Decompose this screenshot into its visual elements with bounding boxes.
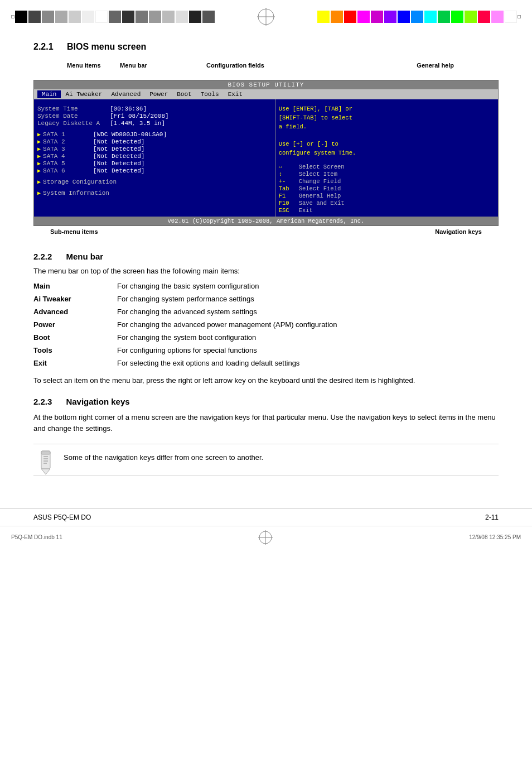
section-223-title: Navigation keys [66, 397, 129, 406]
menu-row-power: Power For changing the advanced power ma… [33, 320, 499, 329]
menu-row-exit: Exit For selecting the exit options and … [33, 359, 499, 367]
bios-system-info: ▶ System Information [37, 190, 272, 196]
crosshair-center [255, 6, 277, 28]
menu-row-main: Main For changing the basic system confi… [33, 282, 499, 290]
bios-sata1: ▶ SATA 1 [WDC WD800JD-00LSA0] [37, 131, 272, 138]
svg-marker-5 [41, 469, 50, 474]
bios-screen: BIOS SETUP UTILITY Main Ai Tweaker Advan… [33, 80, 499, 226]
bios-nav-keys: ↔Select Screen ↕Select Item +-Change Fie… [279, 164, 495, 214]
bios-sata2: ▶ SATA 2 [Not Detected] [37, 138, 272, 145]
footer-page: 2-11 [485, 513, 499, 521]
section-222-intro: The menu bar on top of the screen has th… [33, 267, 499, 275]
section-222-note: To select an item on the menu bar, press… [33, 375, 499, 386]
section-223-text: At the bottom right corner of a menu scr… [33, 412, 499, 434]
menu-row-tools: Tools For configuring options for specia… [33, 346, 499, 354]
label-nav-keys: Navigation keys [435, 228, 482, 235]
label-general-help: General help [417, 62, 454, 69]
menu-bar-table: Main For changing the basic system confi… [33, 282, 499, 367]
section-222-heading: 2.2.2 Menu bar [33, 252, 499, 261]
bios-menu-tools[interactable]: Tools [196, 90, 224, 98]
color-bar-left [15, 11, 215, 23]
section-222-title: Menu bar [66, 252, 103, 261]
bios-right-panel: Use [ENTER], [TAB] or [SHIFT-TAB] to sel… [275, 99, 498, 217]
main-content: 2.2.1 BIOS menu screen Menu items Menu b… [0, 31, 532, 492]
bios-storage-config: ▶ Storage Coniguration [37, 179, 272, 185]
menu-row-ai-tweaker: Ai Tweaker For changing system performan… [33, 295, 499, 303]
bios-menu-power[interactable]: Power [145, 90, 172, 98]
bios-sata4: ▶ SATA 4 [Not Detected] [37, 153, 272, 160]
svg-rect-4 [41, 451, 50, 454]
bios-item-legacy-diskette: Legacy Diskette A [1.44M, 3.5 in] [37, 120, 272, 127]
note-icon [36, 450, 56, 470]
bios-footer: v02.61 (C)Copyright 1985-2008, American … [34, 217, 498, 225]
menu-row-boot: Boot For changing the system boot config… [33, 333, 499, 342]
bios-diagram: Menu items Menu bar Configuration fields… [33, 62, 499, 235]
bios-help-text-1: Use [ENTER], [TAB] or [SHIFT-TAB] to sel… [279, 105, 495, 158]
menu-row-advanced: Advanced For changing the advanced syste… [33, 308, 499, 316]
section-223-heading: 2.2.3 Navigation keys [33, 397, 499, 406]
section-223-num: 2.2.3 [33, 397, 52, 406]
section-name: BIOS menu screen [67, 42, 146, 51]
print-marks-top [0, 0, 532, 31]
section-222-num: 2.2.2 [33, 252, 52, 261]
section-221-heading: 2.2.1 BIOS menu screen [33, 42, 499, 52]
label-submenu-items: Sub-menu items [50, 228, 98, 235]
bios-item-system-time: System Time [00:36:36] [37, 105, 272, 112]
note-box: Some of the navigation keys differ from … [33, 444, 499, 476]
bios-menu-main[interactable]: Main [37, 90, 61, 98]
bios-menu-advanced[interactable]: Advanced [107, 90, 145, 98]
color-bar-right [317, 11, 517, 23]
bios-menu-ai-tweaker[interactable]: Ai Tweaker [61, 90, 107, 98]
bios-sata5: ▶ SATA 5 [Not Detected] [37, 160, 272, 167]
bios-top-labels: Menu items Menu bar Configuration fields… [33, 62, 499, 79]
label-config-fields: Configuration fields [206, 62, 264, 69]
print-marks-bottom: P5Q-EM DO.indb 11 12/9/08 12:35:25 PM [0, 526, 532, 548]
bios-bottom-labels: Sub-menu items Navigation keys [33, 228, 499, 235]
bios-menu-exit[interactable]: Exit [224, 90, 247, 98]
label-menu-items: Menu items [67, 62, 101, 69]
bios-menu-boot[interactable]: Boot [172, 90, 196, 98]
bios-item-system-date: System Date [Fri 08/15/2008] [37, 113, 272, 119]
bios-left-panel: System Time [00:36:36] System Date [Fri … [34, 99, 275, 217]
label-menu-bar: Menu bar [120, 62, 147, 69]
footer-model: ASUS P5Q-EM DO [33, 513, 91, 521]
crosshair-bottom [254, 526, 277, 549]
bios-body: System Time [00:36:36] System Date [Fri … [34, 99, 498, 217]
bios-sata3: ▶ SATA 3 [Not Detected] [37, 146, 272, 152]
section-num: 2.2.1 [33, 42, 54, 51]
print-footer-right: 12/9/08 12:35:25 PM [469, 534, 521, 540]
page-footer: ASUS P5Q-EM DO 2-11 [0, 508, 532, 526]
print-footer-left: P5Q-EM DO.indb 11 [11, 534, 62, 540]
note-text: Some of the navigation keys differ from … [64, 450, 263, 462]
bios-title-bar: BIOS SETUP UTILITY [34, 80, 498, 89]
bios-sata6: ▶ SATA 6 [Not Detected] [37, 167, 272, 174]
bios-menu-bar: Main Ai Tweaker Advanced Power Boot Tool… [34, 89, 498, 99]
